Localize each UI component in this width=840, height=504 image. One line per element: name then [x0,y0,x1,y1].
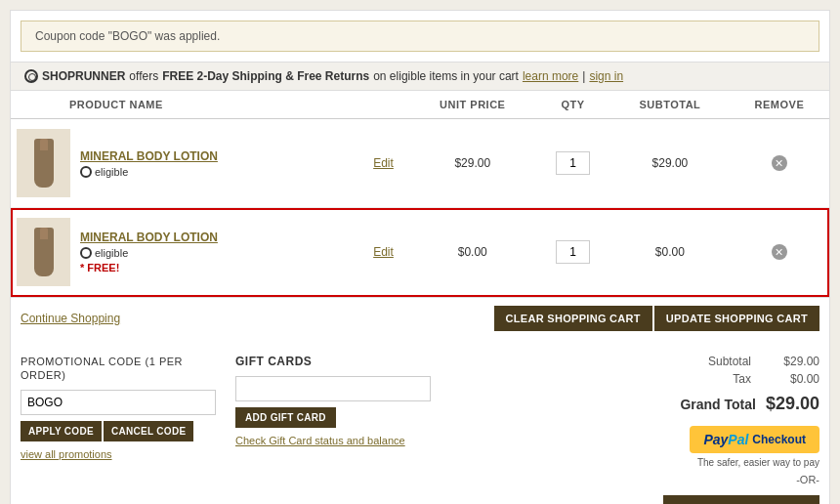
subtotal-label: Subtotal [708,355,751,368]
or-divider: -OR- [796,474,819,485]
unit-price-2: $0.00 [409,208,535,297]
edit-link-2[interactable]: Edit [373,245,394,259]
qty-input-1[interactable] [556,151,590,175]
product-name-1[interactable]: MINERAL BODY LOTION [80,149,218,163]
bottom-section: PROMOTIONAL CODE (1 PER ORDER) APPLY COD… [11,339,829,504]
eligible-badge-1: eligible [80,166,218,178]
shoprunner-highlight: FREE 2-Day Shipping & Free Returns [162,69,369,83]
promo-input[interactable] [21,390,216,415]
update-cart-button[interactable]: UPDATE SHOPPING CART [654,306,819,331]
subtotal-1: $29.00 [610,119,730,208]
pay-text: Pay [703,432,728,447]
remove-cell-2[interactable]: ✕ [730,208,829,297]
eligible-label-1: eligible [95,166,128,178]
cart-row-2: MINERAL BODY LOTION eligible * FREE! Edi… [11,208,829,297]
shoprunner-prefix: offers [129,69,158,83]
eligible-badge-2: eligible [80,247,218,259]
product-cell-2: MINERAL BODY LOTION eligible * FREE! [11,208,357,297]
paypal-tagline: The safer, easier way to pay [697,457,819,468]
cart-action-buttons: CLEAR SHOPPING CART UPDATE SHOPPING CART [494,306,819,331]
gift-card-check-link[interactable]: Check Gift Card status and balance [235,435,405,446]
col-header-unit-price: UNIT PRICE [409,91,535,119]
add-gift-card-button[interactable]: ADD GIFT CARD [235,407,336,428]
continue-shopping-link[interactable]: Continue Shopping [21,312,120,325]
shoprunner-suffix: on eligible items in your cart [373,69,519,83]
product-info-1: MINERAL BODY LOTION eligible [80,149,218,178]
paypal-checkout-button[interactable]: PayPal Checkout [690,426,819,453]
qty-input-2[interactable] [556,240,590,264]
gift-card-input[interactable] [235,376,431,401]
coupon-banner: Coupon code "BOGO" was applied. [21,21,819,52]
eligible-label-2: eligible [95,247,128,259]
gift-section: GIFT CARDS ADD GIFT CARD Check Gift Card… [235,355,431,504]
product-info-2: MINERAL BODY LOTION eligible * FREE! [80,231,218,273]
product-name-2[interactable]: MINERAL BODY LOTION [80,231,218,244]
col-header-remove: REMOVE [730,91,829,119]
edit-link-1[interactable]: Edit [373,156,394,170]
shoprunner-logo: SHOPRUNNER [42,69,125,83]
coupon-message: Coupon code "BOGO" was applied. [35,29,220,43]
qty-cell-2[interactable] [535,208,610,297]
product-thumb-2 [17,218,70,286]
remove-btn-2[interactable]: ✕ [772,244,787,260]
gift-title: GIFT CARDS [235,355,431,368]
product-cell-1: MINERAL BODY LOTION eligible [11,119,357,208]
cart-actions: Continue Shopping CLEAR SHOPPING CART UP… [11,297,829,339]
shoprunner-learn-more[interactable]: learn more [523,69,578,83]
subtotal-2: $0.00 [610,208,730,297]
remove-btn-1[interactable]: ✕ [772,155,787,171]
promo-title: PROMOTIONAL CODE (1 PER ORDER) [21,355,216,382]
subtotal-value: $29.00 [771,355,819,368]
product-thumb-1 [17,129,70,197]
pal-text: Pal [728,432,748,447]
shoprunner-eligible-icon-1 [80,166,92,178]
grand-total-value: $29.00 [766,394,819,414]
grand-total-row: Grand Total $29.00 [680,394,819,414]
view-all-promos-link[interactable]: view all promotions [21,448,112,460]
promo-buttons: APPLY CODE CANCEL CODE [21,421,216,441]
shoprunner-eligible-icon-2 [80,247,92,259]
cart-table: PRODUCT NAME UNIT PRICE QTY SUBTOTAL REM… [11,91,829,297]
tax-value: $0.00 [771,372,819,386]
shoprunner-sign-in[interactable]: sign in [589,69,623,83]
remove-cell-1[interactable]: ✕ [730,119,829,208]
col-header-product: PRODUCT NAME [11,91,357,119]
apply-code-button[interactable]: APPLY CODE [21,421,102,441]
edit-cell-2[interactable]: Edit [357,208,409,297]
promo-section: PROMOTIONAL CODE (1 PER ORDER) APPLY COD… [21,355,216,504]
free-label-2: * FREE! [80,262,218,273]
col-header-subtotal: SUBTOTAL [610,91,730,119]
clear-cart-button[interactable]: CLEAR SHOPPING CART [494,306,652,331]
unit-price-1: $29.00 [409,119,535,208]
cancel-code-button[interactable]: CANCEL CODE [104,421,193,441]
paypal-logo: PayPal [703,432,748,447]
edit-cell-1[interactable]: Edit [357,119,409,208]
subtotal-row: Subtotal $29.00 [708,355,819,368]
tax-row: Tax $0.00 [733,372,819,386]
qty-cell-1[interactable] [535,119,610,208]
cart-row-1: MINERAL BODY LOTION eligible Edit $29.00 [11,119,829,208]
grand-total-label: Grand Total [680,397,756,412]
paypal-checkout-label: Checkout [752,433,806,446]
col-header-qty: QTY [535,91,610,119]
shoprunner-icon [24,69,38,83]
col-header-edit [357,91,409,119]
shoprunner-bar: SHOPRUNNER offers FREE 2-Day Shipping & … [11,62,829,91]
tax-label: Tax [733,372,751,386]
totals-section: Subtotal $29.00 Tax $0.00 Grand Total $2… [450,355,819,504]
proceed-to-checkout-button[interactable]: Proceed to Checkout [663,495,819,504]
